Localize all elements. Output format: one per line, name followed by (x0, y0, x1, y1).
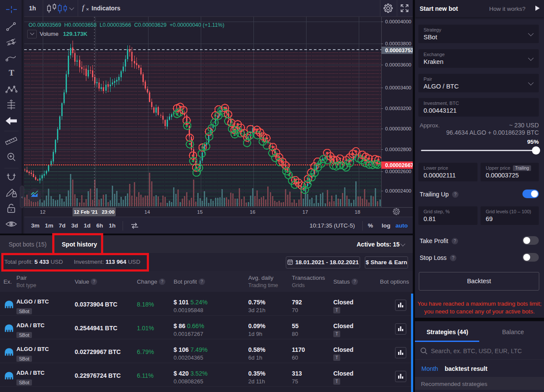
svg-text:14: 14 (145, 209, 150, 215)
svg-text:16: 16 (250, 209, 256, 215)
svg-text:0.00003200: 0.00003200 (385, 106, 411, 111)
svg-text:17: 17 (303, 209, 308, 215)
svg-text:0.00003400: 0.00003400 (385, 85, 411, 90)
svg-text:0.00002800: 0.00002800 (385, 147, 411, 152)
svg-text:0.00002600: 0.00002600 (385, 169, 411, 174)
svg-text:0.00003000: 0.00003000 (385, 126, 411, 131)
svg-text:18: 18 (355, 209, 361, 215)
svg-text:12 Feb '21 23:00: 12 Feb '21 23:00 (74, 209, 114, 215)
svg-text:0.00003753: 0.00003753 (385, 47, 413, 54)
svg-text:0.00002400: 0.00002400 (385, 188, 411, 193)
svg-text:0.00002667: 0.00002667 (385, 162, 413, 168)
svg-text:12: 12 (40, 209, 46, 215)
svg-text:0.00003800: 0.00003800 (385, 41, 411, 46)
svg-text:0.00004000: 0.00004000 (385, 19, 411, 24)
svg-text:15: 15 (197, 209, 203, 215)
svg-text:0.00003600: 0.00003600 (385, 62, 411, 67)
